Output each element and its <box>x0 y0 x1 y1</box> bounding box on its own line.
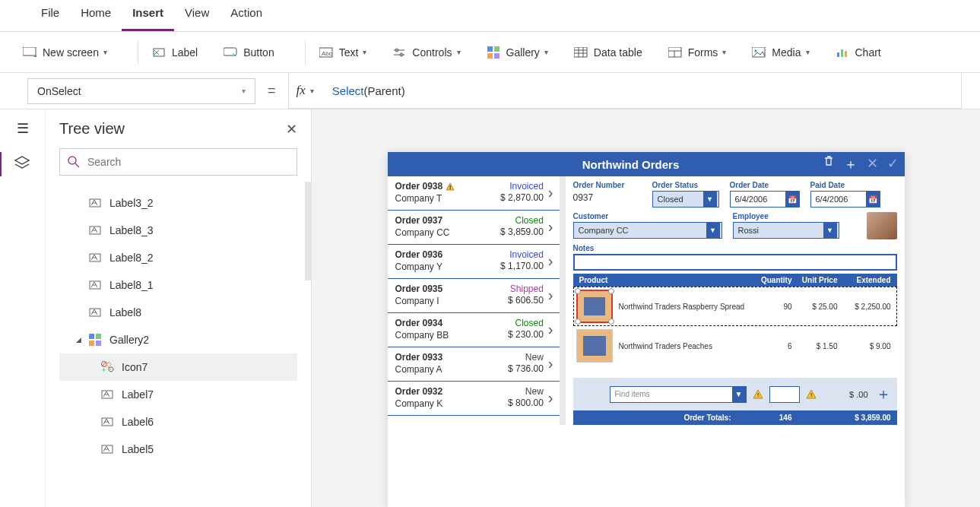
svg-rect-10 <box>494 53 500 59</box>
svg-text:!: ! <box>757 391 759 398</box>
tree-node-label8[interactable]: Label8 <box>59 299 297 326</box>
customer-select[interactable]: Company CC▼ <box>573 222 722 239</box>
add-plus-icon[interactable]: ＋ <box>876 384 891 404</box>
cancel-icon[interactable]: ✕ <box>867 155 878 173</box>
screen-icon <box>23 46 36 59</box>
tree-panel: Tree view ✕ Label3_2 Label8_3 Label8_2 L… <box>46 109 312 507</box>
order-item[interactable]: Order 0933New Company A$ 736.00 › <box>388 347 560 382</box>
order-status-select[interactable]: Closed▼ <box>652 191 719 208</box>
tree-node-icon7[interactable]: +Icon7 <box>59 353 297 381</box>
product-image[interactable] <box>576 329 613 363</box>
menu-insert[interactable]: Insert <box>122 6 174 31</box>
paid-date-label: Paid Date <box>810 181 880 189</box>
order-date-input[interactable]: 6/4/2006📅 <box>730 191 800 208</box>
notes-label: Notes <box>573 244 897 252</box>
product-header: Product Quantity Unit Price Extended <box>573 274 897 287</box>
product-image[interactable] <box>576 290 613 323</box>
tree-node-label8-2[interactable]: Label8_2 <box>59 244 297 271</box>
order-item[interactable]: Order 0932New Company K$ 800.00 › <box>388 382 560 416</box>
forms-dropdown[interactable]: Forms▾ <box>664 43 731 62</box>
product-row[interactable]: Northwind Traders Peaches 6 $ 1.50 $ 9.0… <box>573 326 897 366</box>
close-icon[interactable]: ✕ <box>286 121 297 138</box>
svg-rect-27 <box>96 341 101 346</box>
tree-node-label8-3[interactable]: Label8_3 <box>59 217 297 244</box>
formula-bar: OnSelect▾ = fx▾ Select(Parent) <box>0 73 980 109</box>
find-items-select[interactable]: Find items▼ <box>610 386 747 403</box>
plus-icon[interactable]: ＋ <box>844 155 858 173</box>
scrollbar-thumb[interactable] <box>305 182 311 280</box>
tree-search-input[interactable] <box>87 156 289 168</box>
caret-icon: ◢ <box>76 336 85 344</box>
menu-home[interactable]: Home <box>70 6 122 31</box>
warning-icon: ! <box>806 389 817 400</box>
fx-button[interactable]: fx▾ <box>288 72 322 109</box>
product-list: Northwind Traders Raspberry Spread 90 $ … <box>573 287 897 366</box>
employee-select[interactable]: Rossi▼ <box>733 222 839 239</box>
label-icon <box>100 442 114 456</box>
menu-action[interactable]: Action <box>220 6 273 31</box>
label-icon <box>100 388 114 401</box>
product-row[interactable]: Northwind Traders Raspberry Spread 90 $ … <box>573 287 897 326</box>
order-item[interactable]: Order 0934Closed Company BB$ 230.00 › <box>388 313 560 347</box>
label-icon <box>100 415 114 429</box>
order-item[interactable]: Order 0936Invoiced Company Y$ 1,170.00 › <box>388 245 560 279</box>
table-icon <box>574 46 588 59</box>
tree-node-label5[interactable]: Label5 <box>59 436 297 463</box>
gallery-icon <box>88 333 102 347</box>
tree-list: Label3_2 Label8_3 Label8_2 Label8_1 Labe… <box>59 189 297 500</box>
employee-label: Employee <box>733 212 839 220</box>
add-qty-input[interactable] <box>769 386 800 403</box>
label-icon <box>88 278 102 292</box>
product-qty: 90 <box>747 303 792 311</box>
canvas[interactable]: Northwind Orders ＋ ✕ ✓ Order 0938!Invoic… <box>312 109 980 507</box>
label-icon <box>88 223 102 237</box>
formula-input[interactable]: Select(Parent) <box>322 72 962 109</box>
property-selector[interactable]: OnSelect▾ <box>27 78 255 104</box>
chevron-right-icon: › <box>544 355 553 372</box>
menu-view[interactable]: View <box>174 6 220 31</box>
list-scrollbar[interactable] <box>560 176 566 425</box>
product-unit-price: $ 25.00 <box>792 303 838 311</box>
svg-rect-7 <box>487 46 493 52</box>
data-table-button[interactable]: Data table <box>569 43 647 62</box>
app-header: Northwind Orders ＋ ✕ ✓ <box>388 152 905 176</box>
chart-dropdown[interactable]: Chart <box>831 43 886 62</box>
tree-node-label7[interactable]: Label7 <box>59 381 297 408</box>
chevron-right-icon: › <box>544 389 553 407</box>
svg-rect-8 <box>494 46 500 52</box>
gallery-dropdown[interactable]: Gallery▾ <box>482 43 553 62</box>
new-screen-button[interactable]: New screen▾ <box>18 43 112 62</box>
tree-title: Tree view <box>59 120 125 138</box>
order-item[interactable]: Order 0938!Invoiced Company T$ 2,870.00 … <box>388 176 560 211</box>
order-list: Order 0938!Invoiced Company T$ 2,870.00 … <box>388 176 560 425</box>
chart-icon <box>836 46 849 59</box>
tree-search[interactable] <box>59 148 297 176</box>
paid-date-input[interactable]: 6/4/2006📅 <box>810 191 880 208</box>
tree-node-label8-1[interactable]: Label8_1 <box>59 271 297 299</box>
hamburger-icon[interactable]: ☰ <box>17 120 29 137</box>
label-icon <box>88 196 102 210</box>
customer-label: Customer <box>573 212 722 220</box>
controls-dropdown[interactable]: Controls▾ <box>388 43 465 62</box>
icon-node-icon: + <box>100 360 114 374</box>
tree-view-tab[interactable] <box>14 155 32 173</box>
svg-rect-11 <box>574 47 587 57</box>
order-item[interactable]: Order 0935Shipped Company I$ 606.50 › <box>388 279 560 313</box>
add-product-row: Find items▼ ! ! $ .00 ＋ <box>573 378 897 410</box>
notes-input[interactable] <box>573 254 897 271</box>
order-item[interactable]: Order 0937Closed Company CC$ 3,859.00 › <box>388 211 560 245</box>
text-dropdown[interactable]: Abc Text▾ <box>315 43 372 62</box>
trash-icon[interactable] <box>823 155 835 173</box>
media-dropdown[interactable]: Media▾ <box>747 43 813 62</box>
tree-node-label3-2[interactable]: Label3_2 <box>59 189 297 217</box>
svg-text:!: ! <box>449 185 451 190</box>
button-button[interactable]: Button <box>219 43 278 62</box>
label-button[interactable]: Label <box>147 43 202 62</box>
menu-file[interactable]: File <box>30 6 70 31</box>
svg-rect-26 <box>89 341 94 346</box>
tree-node-gallery2[interactable]: ◢Gallery2 <box>59 326 297 353</box>
check-icon[interactable]: ✓ <box>887 155 899 173</box>
svg-rect-1 <box>154 49 164 56</box>
app-title: Northwind Orders <box>439 158 823 171</box>
tree-node-label6[interactable]: Label6 <box>59 408 297 436</box>
